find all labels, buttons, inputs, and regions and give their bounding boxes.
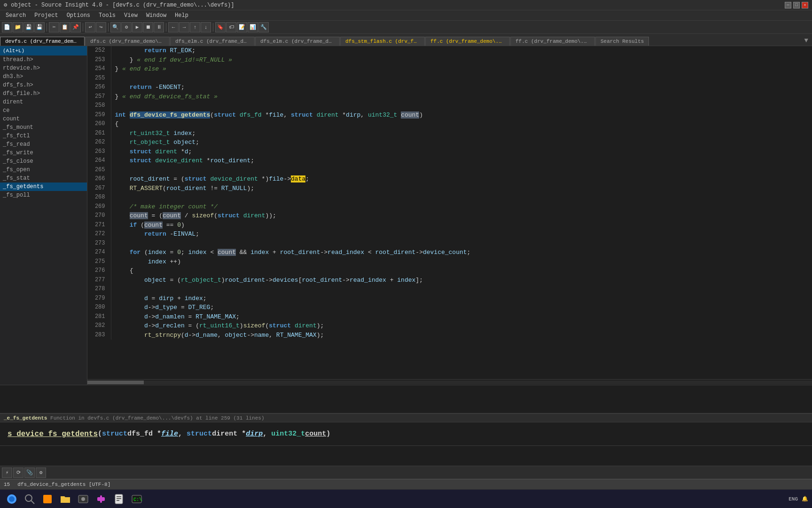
context-btn-3[interactable]: 📎 xyxy=(24,468,35,478)
toolbar-undo[interactable]: ↩ xyxy=(85,22,95,32)
context-btn-4[interactable]: ⚙ xyxy=(36,468,46,478)
menu-help[interactable]: Help xyxy=(171,11,192,20)
line-number: 268 xyxy=(87,193,111,202)
sidebar-item-dirent[interactable]: dirent xyxy=(0,98,87,106)
menu-project[interactable]: Project xyxy=(31,11,62,20)
menu-tools[interactable]: Tools xyxy=(95,11,119,20)
sidebar-item-ce[interactable]: ce xyxy=(0,106,87,115)
sidebar-item-dfs-file[interactable]: dfs_file.h> xyxy=(0,89,87,98)
tab-dfs-elm-elmfat[interactable]: dfs_elm.c (drv_frame_demo\...\elmfat) xyxy=(255,37,340,46)
menu-options[interactable]: Options xyxy=(63,11,94,20)
toolbar-c3[interactable]: ↑ xyxy=(190,22,200,32)
toolbar-copy[interactable]: 📋 xyxy=(60,22,70,32)
sidebar-item-dfs-fs[interactable]: dfs_fs.h> xyxy=(0,81,87,89)
taskbar-search[interactable] xyxy=(22,491,38,507)
table-row: 261 rt_uint32_t index; xyxy=(87,129,812,138)
menu-window[interactable]: Window xyxy=(142,11,170,20)
toolbar-d1[interactable]: 🔖 xyxy=(215,22,226,32)
line-number: 270 xyxy=(87,211,111,221)
toolbar-b5[interactable]: ⏸ xyxy=(154,22,164,32)
sidebar-item-write[interactable]: _fs_write xyxy=(0,149,87,157)
sidebar-item-read[interactable]: _fs_read xyxy=(0,140,87,149)
sidebar-item-thread[interactable]: thread.h> xyxy=(0,56,87,64)
toolbar-saveall[interactable]: 💾 xyxy=(34,22,45,32)
taskbar-photo[interactable] xyxy=(75,491,91,507)
table-row: 281 d->d_namlen = RT_NAME_MAX; xyxy=(87,312,812,322)
line-number: 255 xyxy=(87,74,111,83)
toolbar-c1[interactable]: ← xyxy=(168,22,179,32)
close-btn[interactable]: ✕ xyxy=(802,2,808,8)
toolbar-c2[interactable]: → xyxy=(179,22,189,32)
tab-stm-flash[interactable]: dfs_stm_flash.c (drv_frame_demo\drivers)… xyxy=(340,37,425,46)
taskbar-folder[interactable] xyxy=(57,491,73,507)
table-row: 283 rt_strncpy(d->d_name, object->name, … xyxy=(87,331,812,340)
table-row: 266 root_dirent = (struct device_dirent … xyxy=(87,175,812,184)
line-number: 252 xyxy=(87,46,111,56)
sidebar-item-fctl[interactable]: _fs_fctl xyxy=(0,132,87,140)
context-btn-2[interactable]: ⟳ xyxy=(13,468,23,478)
tab-devfs[interactable]: devfs.c (drv_frame_demo\...\devfs) xyxy=(0,37,85,46)
code-content: index ++) xyxy=(111,257,812,267)
code-content: return -ENOENT; xyxy=(111,83,812,92)
toolbar-d4[interactable]: 📊 xyxy=(248,22,258,32)
line-number: 258 xyxy=(87,101,111,111)
taskbar-terminal[interactable]: C:\> xyxy=(129,491,145,507)
table-row: 263 struct dirent *d; xyxy=(87,147,812,157)
tab-dfs-elm-devfs[interactable]: dfs_elm.c (drv_frame_demo\...\devfs) xyxy=(170,37,255,46)
menu-view[interactable]: View xyxy=(120,11,141,20)
main-area: (Alt+L) thread.h> rtdevice.h> dh3.h> dfs… xyxy=(0,46,812,385)
system-tray-lang: ENG xyxy=(789,496,798,502)
sidebar-item-close[interactable]: _fs_close xyxy=(0,157,87,166)
taskbar-package[interactable] xyxy=(39,491,55,507)
sidebar-item-getdents[interactable]: _fs_getdents xyxy=(0,183,87,191)
toolbar-b2[interactable]: ⚙ xyxy=(121,22,132,32)
table-row: 252 return RT_EOK; xyxy=(87,46,812,56)
toolbar-d5[interactable]: 🔧 xyxy=(258,22,269,32)
sidebar-item-poll[interactable]: _fs_poll xyxy=(0,191,87,199)
context-btn-1[interactable]: ⚡ xyxy=(2,468,12,478)
tab-ff-devfs[interactable]: ff.c (drv_frame_demo\...\devfs) * xyxy=(425,37,510,46)
minimize-btn[interactable]: ─ xyxy=(785,2,791,8)
table-row: 258 xyxy=(87,101,812,111)
toolbar-c4[interactable]: ↓ xyxy=(201,22,211,32)
taskbar-browser[interactable] xyxy=(4,491,20,507)
taskbar-tool[interactable] xyxy=(93,491,109,507)
sidebar-item-dh3[interactable]: dh3.h> xyxy=(0,72,87,81)
toolbar-cut[interactable]: ✂ xyxy=(49,22,59,32)
function-name: dfs_device_fs_getdents [UTF-8] xyxy=(17,482,110,487)
toolbar-save[interactable]: 💾 xyxy=(23,22,34,32)
table-row: 255 xyxy=(87,74,812,83)
line-number: 266 xyxy=(87,175,111,184)
toolbar-redo[interactable]: ↪ xyxy=(96,22,106,32)
toolbar-d2[interactable]: 🏷 xyxy=(226,22,236,32)
toolbar-b1[interactable]: 🔍 xyxy=(110,22,121,32)
code-content: d->d_reclen = (rt_uint16_t)sizeof(struct… xyxy=(111,321,812,331)
sidebar-item-open[interactable]: _fs_open xyxy=(0,166,87,174)
tab-ff-elmfat[interactable]: ff.c (drv_frame_demo\...\elmfat) xyxy=(510,37,595,46)
toolbar-b3[interactable]: ▶ xyxy=(132,22,142,32)
svg-rect-4 xyxy=(43,495,52,503)
sidebar-item-rtdevice[interactable]: rtdevice.h> xyxy=(0,64,87,72)
code-content: return -EINVAL; xyxy=(111,230,812,239)
app-icon: ⚙ xyxy=(4,1,7,8)
tab-scroll-arrow[interactable]: ▼ xyxy=(801,35,812,46)
table-row: 273 xyxy=(87,239,812,248)
sidebar-item-mount[interactable]: _fs_mount xyxy=(0,123,87,132)
code-container[interactable]: 252 return RT_EOK; 253 } « end if dev_id… xyxy=(87,46,812,379)
toolbar-open[interactable]: 📁 xyxy=(13,22,23,32)
table-row: 274 for (index = 0; index < count && ind… xyxy=(87,248,812,257)
sidebar-item-stat[interactable]: _fs_stat xyxy=(0,174,87,183)
toolbar-b4[interactable]: ⏹ xyxy=(143,22,153,32)
line-number: 253 xyxy=(87,56,111,65)
tab-search-results[interactable]: Search Results xyxy=(595,37,649,46)
horizontal-scrollbar[interactable] xyxy=(87,379,812,385)
tab-dfs[interactable]: dfs.c (drv_frame_demo\...\src) xyxy=(85,37,170,46)
taskbar-notepad[interactable] xyxy=(111,491,127,507)
line-number: 264 xyxy=(87,156,111,166)
maximize-btn[interactable]: □ xyxy=(793,2,800,8)
toolbar-new[interactable]: 📄 xyxy=(2,22,12,32)
toolbar-paste[interactable]: 📌 xyxy=(70,22,81,32)
toolbar-d3[interactable]: 📝 xyxy=(237,22,247,32)
sidebar-item-count[interactable]: count xyxy=(0,115,87,123)
menu-search[interactable]: Search xyxy=(2,11,30,20)
